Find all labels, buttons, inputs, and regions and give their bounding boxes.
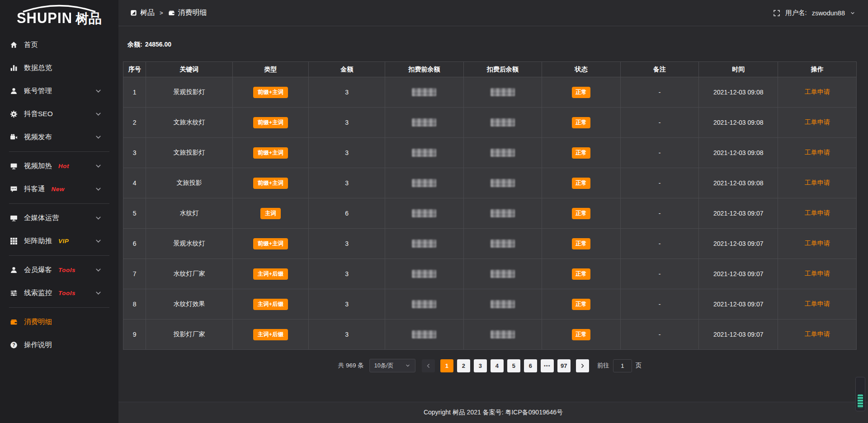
sliders-icon	[10, 289, 18, 297]
fullscreen-icon[interactable]	[773, 9, 780, 17]
gear-icon	[10, 110, 18, 118]
sidebar-item-全媒体运营[interactable]: 全媒体运营	[0, 207, 118, 230]
masked-value	[412, 330, 436, 338]
ticket-request-link[interactable]: 工单申请	[805, 240, 830, 247]
masked-value	[412, 118, 436, 127]
screen-icon	[10, 162, 18, 170]
username-value[interactable]: zswodun88	[812, 9, 845, 17]
chevron-down-icon[interactable]	[94, 110, 102, 118]
table-row: 4文旅投影前缀+主词3正常-2021-12-03 09:08工单申请	[123, 168, 857, 198]
type-badge: 前缀+主词	[253, 147, 288, 159]
remark-cell: -	[620, 320, 699, 350]
sidebar-item-抖客通[interactable]: 抖客通New	[0, 178, 118, 201]
amount-cell: 3	[309, 229, 385, 259]
goto-label: 前往	[597, 362, 609, 370]
grid-icon	[10, 237, 18, 245]
chevron-down-icon[interactable]	[94, 266, 102, 274]
chevron-down-icon[interactable]	[94, 133, 102, 141]
sidebar-item-消费明细[interactable]: 消费明细	[0, 310, 118, 334]
keyword-cell: 文旅投影灯	[146, 138, 232, 168]
status-cell: 正常	[542, 168, 621, 198]
type-cell: 前缀+主词	[232, 77, 309, 108]
sidebar-item-label: 全媒体运营	[24, 213, 59, 223]
ticket-request-link[interactable]: 工单申请	[805, 149, 830, 156]
chevron-down-icon[interactable]	[94, 87, 102, 95]
chevron-down-icon[interactable]	[850, 10, 855, 16]
sidebar-item-首页[interactable]: 首页	[0, 33, 118, 56]
sidebar-item-账号管理[interactable]: 账号管理	[0, 80, 118, 103]
sidebar-item-线索监控[interactable]: 线索监控Tools	[0, 282, 118, 305]
action-cell: 工单申请	[778, 198, 857, 229]
widget-stripes-icon	[858, 395, 863, 408]
consumption-table: 序号关键词类型金额扣费前余额扣费后余额状态备注时间操作 1景观投影灯前缀+主词3…	[123, 61, 857, 350]
ticket-request-link[interactable]: 工单申请	[805, 300, 830, 307]
action-cell: 工单申请	[778, 138, 857, 168]
breadcrumb: 树品>消费明细	[130, 8, 207, 18]
ticket-request-link[interactable]: 工单申请	[805, 270, 830, 277]
floating-widget[interactable]	[855, 377, 865, 411]
balance-value: 24856.00	[145, 41, 171, 48]
type-badge: 主词+后缀	[253, 299, 288, 310]
next-page-button[interactable]	[576, 359, 589, 372]
ticket-request-link[interactable]: 工单申请	[805, 88, 830, 95]
table-row: 7水纹灯厂家主词+后缀3正常-2021-12-03 09:07工单申请	[123, 259, 857, 289]
ticket-request-link[interactable]: 工单申请	[805, 179, 830, 186]
balance: 余额:24856.00	[127, 41, 857, 49]
balance-before-cell	[385, 198, 464, 229]
sidebar-item-抖音SEO[interactable]: 抖音SEO	[0, 103, 118, 126]
action-cell: 工单申请	[778, 108, 857, 138]
sidebar-item-视频加热[interactable]: 视频加热Hot	[0, 155, 118, 178]
prev-page-button[interactable]	[422, 359, 435, 372]
chevron-down-icon[interactable]	[94, 237, 102, 245]
status-badge: 正常	[572, 178, 590, 189]
sidebar-item-数据总览[interactable]: 数据总览	[0, 56, 118, 80]
page-size-select[interactable]: 10条/页	[369, 359, 415, 372]
logo-text-zh: 树品	[75, 10, 102, 28]
page-button-1[interactable]: 1	[440, 359, 453, 372]
sidebar-item-矩阵助推[interactable]: 矩阵助推VIP	[0, 230, 118, 253]
seq-cell: 2	[123, 108, 146, 138]
status-badge: 正常	[572, 268, 590, 280]
sidebar-item-操作说明[interactable]: ?操作说明	[0, 334, 118, 357]
breadcrumb-item-消费明细[interactable]: 消费明细	[168, 8, 207, 18]
video-camera-icon	[10, 133, 18, 141]
ticket-request-link[interactable]: 工单申请	[805, 118, 830, 126]
type-badge: 主词+后缀	[253, 329, 288, 340]
time-cell: 2021-12-03 09:08	[699, 138, 778, 168]
chevron-down-icon[interactable]	[94, 162, 102, 170]
user-icon	[10, 266, 18, 274]
balance-after-cell	[463, 259, 542, 289]
status-badge: 正常	[572, 238, 590, 249]
chevron-down-icon[interactable]	[94, 289, 102, 297]
column-header-操作: 操作	[778, 62, 857, 77]
balance-after-cell	[463, 289, 542, 320]
ticket-request-link[interactable]: 工单申请	[805, 330, 830, 338]
balance-after-cell	[463, 108, 542, 138]
chevron-down-icon[interactable]	[94, 185, 102, 193]
page-button-97[interactable]: 97	[557, 359, 571, 372]
time-cell: 2021-12-03 09:08	[699, 168, 778, 198]
amount-cell: 3	[309, 138, 385, 168]
page-button-6[interactable]: 6	[524, 359, 537, 372]
pagination: 共 969 条10条/页123456•••97前往页	[123, 359, 857, 372]
table-row: 2文旅水纹灯前缀+主词3正常-2021-12-03 09:08工单申请	[123, 108, 857, 138]
breadcrumb-item-树品[interactable]: 树品	[130, 8, 155, 18]
question-circle-icon: ?	[10, 341, 18, 349]
bar-chart-icon	[10, 64, 18, 72]
goto-page-input[interactable]	[613, 359, 632, 372]
masked-value	[412, 270, 436, 278]
balance-after-cell	[463, 138, 542, 168]
balance-before-cell	[385, 259, 464, 289]
page-button-5[interactable]: 5	[507, 359, 520, 372]
chevron-down-icon[interactable]	[94, 214, 102, 222]
sidebar: SHUPIN 树品 首页数据总览账号管理抖音SEO视频发布视频加热Hot抖客通N…	[0, 0, 118, 423]
type-badge: 主词+后缀	[253, 268, 288, 280]
page-button-3[interactable]: 3	[474, 359, 487, 372]
sidebar-item-视频发布[interactable]: 视频发布	[0, 126, 118, 149]
page-button-4[interactable]: 4	[491, 359, 504, 372]
ticket-request-link[interactable]: 工单申请	[805, 209, 830, 216]
monitor-icon	[10, 214, 18, 222]
sidebar-item-会员爆客[interactable]: 会员爆客Tools	[0, 258, 118, 282]
page-button-2[interactable]: 2	[457, 359, 470, 372]
more-pages-button[interactable]: •••	[541, 359, 554, 372]
